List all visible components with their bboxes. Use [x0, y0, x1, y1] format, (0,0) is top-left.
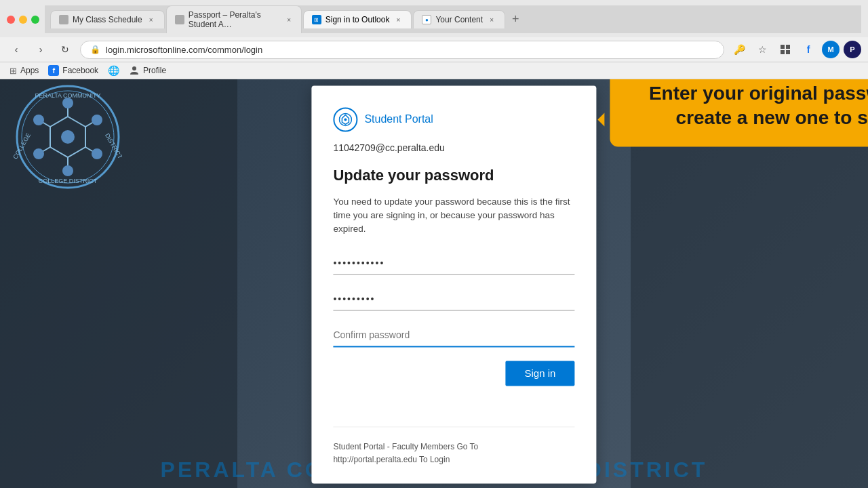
back-button[interactable]: ‹: [7, 40, 26, 59]
svg-rect-3: [786, 45, 790, 49]
modal-footer: Student Portal - Faculty Members Go To h…: [333, 427, 574, 467]
svg-point-17: [92, 115, 102, 125]
tab-passport[interactable]: Passport – Peralta's Student A… ×: [166, 5, 302, 33]
svg-point-19: [62, 165, 73, 176]
svg-rect-5: [786, 50, 790, 54]
svg-point-16: [62, 98, 73, 108]
tab-close-outlook[interactable]: ×: [393, 15, 403, 24]
tooltip-bubble: Enter your original password and create …: [610, 79, 868, 147]
svg-point-6: [132, 66, 136, 70]
lock-icon: 🔒: [90, 45, 100, 54]
modal-container: Student Portal 11042709@cc.peralta.edu U…: [311, 85, 596, 483]
user-avatar[interactable]: M: [822, 41, 840, 58]
tab-label-outlook: Sign in to Outlook: [326, 15, 390, 24]
svg-point-18: [92, 148, 102, 159]
apps-grid-icon: ⊞: [9, 66, 17, 76]
traffic-lights: [7, 16, 39, 24]
footer-line1: Student Portal - Faculty Members Go To: [333, 443, 478, 452]
tooltip-text: Enter your original password and create …: [649, 83, 868, 128]
globe-icon: 🌐: [108, 65, 119, 76]
facebook-icon: f: [48, 65, 59, 76]
url-text: login.microsoftonline.com/common/login: [106, 45, 262, 55]
key-icon[interactable]: 🔑: [730, 40, 749, 59]
star-icon[interactable]: ☆: [753, 40, 772, 59]
tab-icon-passport: [175, 15, 184, 24]
current-password-input[interactable]: [333, 253, 574, 275]
page-content: PERALTA COMMUNITY COLLEGE DISTRICT COLLE…: [0, 79, 868, 488]
modal-header: Student Portal: [333, 107, 574, 131]
tab-your-content[interactable]: ● Your Content ×: [413, 10, 505, 28]
bookmark-facebook[interactable]: f Facebook: [48, 65, 98, 76]
forward-button[interactable]: ›: [31, 40, 50, 59]
maximize-window-button[interactable]: [31, 16, 39, 24]
confirm-password-input[interactable]: [333, 325, 574, 348]
bookmark-globe[interactable]: 🌐: [108, 65, 119, 76]
tab-label-schedule: My Class Schedule: [73, 15, 142, 24]
new-tab-button[interactable]: +: [507, 9, 525, 29]
svg-point-21: [33, 115, 44, 125]
svg-text:COLLEGE DISTRICT: COLLEGE DISTRICT: [39, 178, 98, 184]
svg-point-20: [33, 148, 44, 159]
tab-icon-outlook: ⊞: [312, 15, 321, 24]
sign-in-button[interactable]: Sign in: [506, 361, 575, 386]
tab-outlook[interactable]: ⊞ Sign in to Outlook ×: [303, 10, 412, 28]
modal-title: Update your password: [333, 167, 574, 184]
bookmarks-bar: ⊞ Apps f Facebook 🌐 Profile: [0, 62, 868, 79]
address-bar: ‹ › ↻ 🔒 login.microsoftonline.com/common…: [0, 37, 868, 62]
svg-text:⊞: ⊞: [314, 17, 319, 23]
browser-chrome: My Class Schedule × Passport – Peralta's…: [0, 0, 868, 79]
modal-description: You need to update your password because…: [333, 195, 574, 237]
tabs-bar: My Class Schedule × Passport – Peralta's…: [45, 5, 861, 33]
minimize-window-button[interactable]: [19, 16, 27, 24]
footer-line2: http://portal.peralta.edu To Login: [333, 455, 450, 465]
bookmark-profile[interactable]: Profile: [129, 65, 166, 76]
close-window-button[interactable]: [7, 16, 15, 24]
tab-label-content: Your Content: [435, 15, 483, 24]
tab-my-class-schedule[interactable]: My Class Schedule ×: [50, 10, 165, 28]
toolbar-icons: 🔑 ☆ f M P: [730, 40, 861, 59]
portal-title: Student Portal: [364, 113, 433, 125]
refresh-button[interactable]: ↻: [56, 40, 75, 59]
user-avatar-2[interactable]: P: [844, 41, 861, 58]
tab-close-content[interactable]: ×: [487, 15, 496, 24]
facebook-toolbar-icon[interactable]: f: [799, 40, 818, 59]
svg-rect-2: [781, 45, 785, 49]
bookmark-profile-label: Profile: [143, 66, 166, 75]
bookmark-apps-label: Apps: [20, 66, 39, 75]
bookmark-apps[interactable]: ⊞ Apps: [9, 66, 39, 76]
portal-logo: [333, 107, 357, 131]
bookmark-facebook-label: Facebook: [62, 66, 98, 75]
update-password-modal: Student Portal 11042709@cc.peralta.edu U…: [311, 85, 596, 483]
user-email: 11042709@cc.peralta.edu: [333, 142, 574, 153]
tab-icon-content: ●: [422, 15, 431, 24]
title-bar: My Class Schedule × Passport – Peralta's…: [0, 0, 868, 37]
tab-label-passport: Passport – Peralta's Student A…: [189, 10, 281, 29]
svg-point-29: [344, 118, 347, 121]
svg-rect-4: [781, 50, 785, 54]
tab-close-passport[interactable]: ×: [285, 15, 293, 24]
url-bar[interactable]: 🔒 login.microsoftonline.com/common/login: [80, 41, 724, 59]
extension-icon[interactable]: [776, 40, 795, 59]
svg-text:PERALTA COMMUNITY: PERALTA COMMUNITY: [35, 92, 100, 99]
tab-close-schedule[interactable]: ×: [146, 15, 156, 24]
profile-bookmark-icon: [129, 65, 140, 76]
peralta-logo: PERALTA COMMUNITY COLLEGE DISTRICT COLLE…: [14, 83, 122, 194]
new-password-input[interactable]: [333, 289, 574, 311]
tab-icon-schedule: [59, 15, 68, 24]
footer-text: Student Portal - Faculty Members Go To h…: [333, 441, 574, 467]
svg-point-22: [61, 130, 75, 144]
